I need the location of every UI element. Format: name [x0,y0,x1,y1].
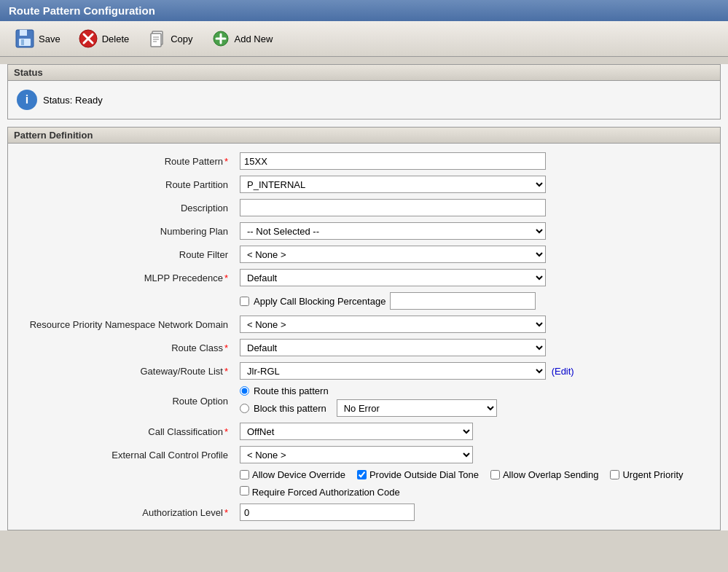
provide-outside-dial-tone-label: Provide Outside Dial Tone [357,469,479,480]
external-call-control-row: External Call Control Profile < None > [17,443,711,466]
mlpp-precedence-label: MLPP Precedence* [17,266,235,289]
copy-label: Copy [171,34,192,44]
require-forced-auth-row: Require Forced Authorization Code [17,483,711,501]
status-text: Status: Ready [43,95,103,106]
route-partition-label: Route Partition [17,173,235,196]
allow-overlap-sending-label: Allow Overlap Sending [490,469,599,480]
apply-call-blocking-row: Apply Call Blocking Percentage [17,289,711,313]
route-class-select[interactable]: Default [240,339,546,356]
route-pattern-row: Route Pattern* [17,149,711,173]
route-option-row: Route Option Route this pattern Block th… [17,383,711,420]
authorization-level-row: Authorization Level* [17,501,711,524]
required-star-auth: * [224,507,228,518]
add-new-button[interactable]: Add New [203,26,281,52]
required-star: * [224,156,228,167]
description-row: Description [17,196,711,219]
svg-rect-8 [151,34,161,47]
external-call-control-select[interactable]: < None > [240,446,473,463]
apply-call-blocking-label: Apply Call Blocking Percentage [254,296,385,307]
save-icon [15,28,35,49]
route-this-pattern-label: Route this pattern [254,385,329,396]
main-content: Status i Status: Ready Pattern Definitio… [0,64,728,530]
call-classification-label: Call Classification* [17,420,235,443]
form-table: Route Pattern* Route Partition P_INTERNA… [17,149,711,524]
route-partition-row: Route Partition P_INTERNAL <None> [17,173,711,196]
call-classification-select[interactable]: OffNet [240,423,473,440]
required-star-route-class: * [224,342,228,353]
required-star-call-class: * [224,426,228,437]
delete-icon [78,28,98,49]
svg-rect-3 [21,39,24,45]
provide-outside-dial-tone-checkbox[interactable] [357,470,367,479]
delete-label: Delete [102,34,130,44]
pattern-definition-section: Pattern Definition Route Pattern* [7,127,721,530]
add-new-icon [211,28,231,49]
description-input[interactable] [240,199,546,216]
route-class-row: Route Class* Default [17,336,711,359]
info-icon: i [17,90,37,110]
urgent-priority-checkbox[interactable] [610,470,619,479]
require-forced-auth-label: Require Forced Authorization Code [240,487,400,498]
pattern-definition-content: Route Pattern* Route Partition P_INTERNA… [8,144,720,530]
route-option-label: Route Option [17,383,235,420]
required-star-gateway: * [224,366,228,377]
numbering-plan-select[interactable]: -- Not Selected -- [240,222,546,240]
status-section: Status i Status: Ready [7,64,721,120]
allow-device-override-label: Allow Device Override [240,469,345,480]
block-this-pattern-label: Block this pattern [254,403,326,414]
add-new-label: Add New [235,34,273,44]
apply-call-blocking-group: Apply Call Blocking Percentage [240,292,707,310]
status-section-title: Status [8,65,720,81]
mlpp-precedence-select[interactable]: Default [240,269,546,286]
route-this-pattern-radio[interactable] [240,386,249,396]
external-call-control-label: External Call Control Profile [17,443,235,466]
required-star-mlpp: * [224,273,228,283]
numbering-plan-label: Numbering Plan [17,219,235,243]
resource-priority-label: Resource Priority Namespace Network Doma… [17,313,235,336]
checkboxes-row: Allow Device Override Provide Outside Di… [17,466,711,483]
urgent-priority-label: Urgent Priority [610,469,683,480]
apply-call-blocking-checkbox[interactable] [240,297,249,306]
resource-priority-row: Resource Priority Namespace Network Doma… [17,313,711,336]
block-error-select[interactable]: No Error [337,399,497,417]
description-label: Description [17,196,235,219]
gateway-route-list-row: Gateway/Route List* Jlr-RGL (Edit) [17,359,711,383]
save-button[interactable]: Save [7,26,68,52]
status-content: i Status: Ready [8,81,720,119]
route-pattern-input[interactable] [240,152,546,170]
gateway-route-list-select[interactable]: Jlr-RGL [240,362,546,380]
svg-rect-2 [19,39,31,46]
require-forced-auth-checkbox[interactable] [240,486,249,495]
copy-icon [146,28,167,49]
apply-call-blocking-input[interactable] [390,292,536,310]
edit-link[interactable]: (Edit) [552,366,574,377]
call-classification-row: Call Classification* OffNet [17,420,711,443]
title-bar: Route Pattern Configuration [0,0,728,21]
allow-overlap-sending-checkbox[interactable] [490,470,500,479]
save-label: Save [39,34,60,44]
numbering-plan-row: Numbering Plan -- Not Selected -- [17,219,711,243]
route-partition-select[interactable]: P_INTERNAL <None> [240,176,546,193]
route-filter-label: Route Filter [17,243,235,266]
toolbar: Save Delete Copy Add New [0,21,728,57]
pattern-definition-title: Pattern Definition [8,128,720,144]
delete-button[interactable]: Delete [71,26,137,52]
page-title: Route Pattern Configuration [9,4,155,17]
block-this-pattern-item: Block this pattern No Error [240,399,707,417]
mlpp-precedence-row: MLPP Precedence* Default [17,266,711,289]
gateway-route-list-label: Gateway/Route List* [17,359,235,383]
route-class-label: Route Class* [17,336,235,359]
route-filter-row: Route Filter < None > [17,243,711,266]
checkboxes-group: Allow Device Override Provide Outside Di… [240,469,707,480]
svg-rect-1 [20,30,27,36]
resource-priority-select[interactable]: < None > [240,316,546,333]
route-filter-select[interactable]: < None > [240,246,546,263]
authorization-level-input[interactable] [240,504,415,521]
route-option-group: Route this pattern Block this pattern No… [240,385,707,417]
block-this-pattern-radio[interactable] [240,404,249,413]
copy-button[interactable]: Copy [139,26,200,52]
authorization-level-label: Authorization Level* [17,501,235,524]
route-pattern-label: Route Pattern* [17,149,235,173]
allow-device-override-checkbox[interactable] [240,470,249,479]
status-row: i Status: Ready [17,87,711,113]
